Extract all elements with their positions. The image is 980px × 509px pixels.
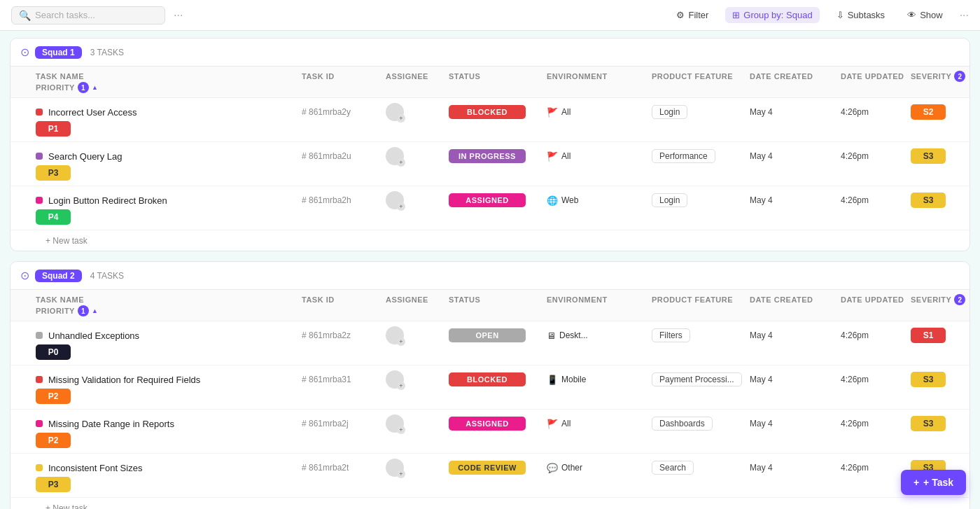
col-task-name: TASK NAME (36, 295, 302, 304)
env-icon: 🖥 (547, 330, 556, 341)
priority-badge[interactable]: P2 (36, 433, 71, 448)
severity-badge[interactable]: S3 (911, 372, 946, 387)
col-date-updated: DATE UPDATED (841, 295, 911, 304)
priority-cell: P4 (36, 209, 302, 225)
severity-cell: S3 (911, 372, 970, 387)
squad-toggle-squad2[interactable]: ⊙ (20, 269, 29, 282)
severity-badge[interactable]: S3 (911, 148, 946, 164)
assignee-cell[interactable] (386, 191, 449, 209)
assignee-cell[interactable] (386, 459, 449, 477)
col-environment: ENVIRONMENT (547, 72, 652, 81)
product-tag[interactable]: Login (652, 193, 687, 207)
product-tag[interactable]: Search (652, 461, 694, 475)
priority-badge[interactable]: P0 (36, 344, 71, 360)
env-text: All (561, 419, 570, 428)
priority-badge[interactable]: P1 (36, 121, 71, 137)
assignee-cell[interactable] (386, 370, 449, 389)
priority-badge[interactable]: P3 (36, 477, 71, 492)
status-badge[interactable]: ASSIGNED (449, 193, 526, 207)
task-name[interactable]: Inconsistent Font Sizes (48, 463, 142, 473)
col-date-updated: DATE UPDATED (841, 72, 911, 81)
priority-cell: P0 (36, 344, 302, 360)
table-row: Unhandled Exceptions # 861mrba2z OPEN 🖥 … (10, 321, 969, 365)
date-created-cell: May 4 (750, 151, 841, 161)
severity-cell: S2 (911, 104, 970, 120)
product-tag[interactable]: Filters (652, 328, 690, 342)
table-row: Incorrect User Access # 861mrba2y BLOCKE… (10, 98, 969, 142)
priority-badge[interactable]: P4 (36, 209, 71, 225)
avatar[interactable] (386, 147, 404, 165)
product-tag[interactable]: Performance (652, 149, 715, 163)
status-badge[interactable]: BLOCKED (449, 105, 526, 119)
date-created-cell: May 4 (750, 107, 841, 117)
severity-badge[interactable]: S2 (911, 104, 946, 120)
filter-button[interactable]: ⚙ Filter (671, 7, 714, 23)
show-button[interactable]: 👁 Show (902, 7, 948, 23)
col-status: STATUS (449, 72, 547, 81)
col-task-id: TASK ID (302, 295, 386, 304)
status-badge[interactable]: IN PROGRESS (449, 149, 526, 163)
task-id-cell: # 861mrba2t (302, 463, 386, 473)
priority-badge[interactable]: P2 (36, 389, 71, 404)
squad-toggle-squad1[interactable]: ⊙ (20, 46, 29, 59)
new-task-button[interactable]: + New task (46, 236, 88, 246)
env-icon: 🚩 (547, 151, 558, 162)
subtasks-button[interactable]: ⇩ Subtasks (831, 7, 890, 23)
task-name[interactable]: Missing Date Range in Reports (48, 419, 174, 429)
topbar-actions: ⚙ Filter ⊞ Group by: Squad ⇩ Subtasks 👁 … (671, 7, 969, 23)
topbar-more-dots[interactable]: ··· (174, 9, 183, 22)
assignee-cell[interactable] (386, 103, 449, 121)
topbar-end-dots[interactable]: ··· (960, 9, 969, 22)
product-tag[interactable]: Login (652, 105, 687, 119)
status-cell: CODE REVIEW (449, 461, 547, 475)
task-id-cell: # 861mrba2j (302, 419, 386, 428)
squad-header-squad2: ⊙ Squad 2 4 TASKS (10, 262, 969, 290)
severity-badge[interactable]: S1 (911, 328, 946, 343)
task-name[interactable]: Unhandled Exceptions (48, 330, 139, 341)
env-text: Web (561, 195, 578, 205)
product-tag[interactable]: Dashboards (652, 417, 713, 431)
priority-cell: P3 (36, 165, 302, 181)
severity-badge[interactable]: S3 (911, 416, 946, 431)
avatar[interactable] (386, 191, 404, 209)
avatar[interactable] (386, 370, 404, 389)
task-id-cell: # 861mrba2y (302, 107, 386, 117)
status-badge[interactable]: ASSIGNED (449, 417, 526, 431)
main-content: ⊙ Squad 1 3 TASKS TASK NAME TASK ID ASSI… (0, 31, 980, 509)
task-name[interactable]: Incorrect User Access (48, 107, 136, 118)
task-name[interactable]: Login Button Redirect Broken (48, 195, 167, 206)
assignee-cell[interactable] (386, 147, 449, 165)
date-updated-cell: 4:26pm (841, 151, 911, 161)
avatar[interactable] (386, 459, 404, 477)
assignee-cell[interactable] (386, 414, 449, 433)
avatar[interactable] (386, 326, 404, 344)
avatar[interactable] (386, 414, 404, 433)
col-severity: SEVERITY 2 ▲ (911, 71, 970, 82)
task-dot (36, 420, 43, 427)
new-task-button[interactable]: + New task (46, 503, 88, 509)
group-by-button[interactable]: ⊞ Group by: Squad (725, 7, 819, 23)
col-date-created: DATE CREATED (750, 295, 841, 304)
search-box[interactable]: 🔍 Search tasks... (11, 6, 165, 25)
product-cell: Dashboards (652, 417, 750, 431)
status-badge[interactable]: BLOCKED (449, 372, 526, 386)
product-tag[interactable]: Payment Processi... (652, 372, 742, 386)
table-row: Missing Validation for Required Fields #… (10, 365, 969, 410)
avatar[interactable] (386, 103, 404, 121)
task-name[interactable]: Missing Validation for Required Fields (48, 375, 200, 385)
status-badge[interactable]: OPEN (449, 328, 526, 342)
date-created-cell: May 4 (750, 330, 841, 340)
status-badge[interactable]: CODE REVIEW (449, 461, 526, 475)
add-icon: + (913, 477, 919, 488)
assignee-cell[interactable] (386, 326, 449, 344)
severity-badge[interactable]: S3 (911, 193, 946, 208)
show-label: Show (920, 10, 943, 20)
task-name-cell: Inconsistent Font Sizes (36, 463, 302, 473)
task-id-cell: # 861mrba2u (302, 151, 386, 161)
priority-badge[interactable]: P3 (36, 165, 71, 181)
priority-sort-arrow: ▲ (92, 84, 98, 91)
task-name[interactable]: Search Query Lag (48, 151, 122, 162)
severity-cell: S3 (911, 148, 970, 164)
priority-cell: P2 (36, 389, 302, 404)
add-task-button[interactable]: + + Task (901, 470, 966, 495)
